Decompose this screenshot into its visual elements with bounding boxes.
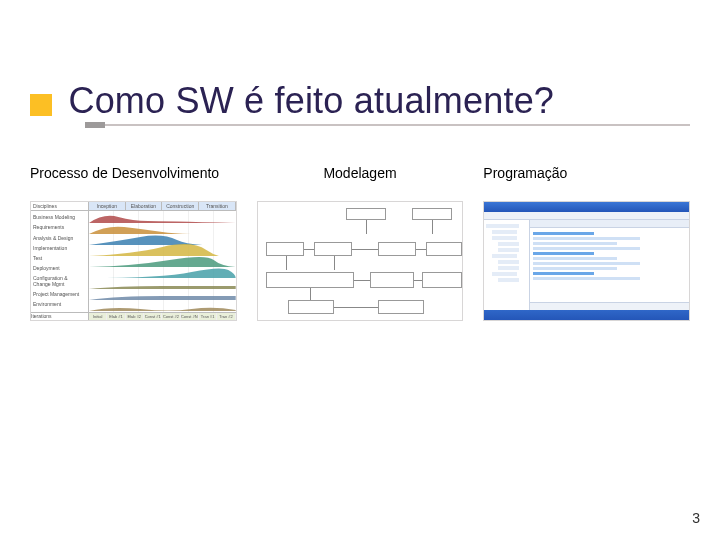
rup-chart-thumbnail: Disciplines Inception Elaboration Constr… bbox=[30, 201, 237, 321]
tree-node bbox=[498, 248, 519, 252]
diagram-box bbox=[266, 242, 304, 256]
diagram-box bbox=[422, 272, 462, 288]
rup-iteration: Tran #1 bbox=[199, 313, 217, 320]
diagram-line bbox=[304, 249, 314, 250]
diagram-box bbox=[378, 300, 424, 314]
rup-footer: Iterations Initial Elab #1 Elab #2 Const… bbox=[31, 312, 236, 320]
ide-thumbnail bbox=[483, 201, 690, 321]
column-heading: Modelagem bbox=[257, 165, 464, 201]
column-heading: Programação bbox=[483, 165, 690, 201]
rup-discipline: Implementation bbox=[33, 246, 86, 252]
code-line bbox=[533, 247, 640, 250]
column-modelagem: Modelagem bbox=[257, 165, 464, 321]
column-heading: Processo de Desenvolvimento bbox=[30, 165, 237, 201]
block-diagram bbox=[258, 202, 463, 320]
rup-discipline: Requirements bbox=[33, 225, 86, 231]
rup-discipline: Configuration & Change Mgmt bbox=[33, 276, 86, 287]
rup-disciplines: Business Modeling Requirements Analysis … bbox=[31, 211, 89, 312]
tree-node bbox=[486, 224, 519, 228]
ide-window bbox=[484, 202, 689, 320]
ide-tabs bbox=[530, 220, 689, 228]
diagram-line bbox=[354, 280, 370, 281]
page-number: 3 bbox=[692, 510, 700, 526]
rup-iteration: Elab #2 bbox=[126, 313, 144, 320]
ide-menubar bbox=[484, 212, 689, 220]
rup-discipline: Business Modeling bbox=[33, 215, 86, 221]
code-line bbox=[533, 277, 640, 280]
code-line bbox=[533, 252, 594, 255]
slide-title: Como SW é feito atualmente? bbox=[68, 80, 554, 122]
ide-statusbar bbox=[530, 302, 689, 310]
ide-editor-area bbox=[530, 220, 689, 310]
diagram-box bbox=[266, 272, 354, 288]
ide-project-tree bbox=[484, 220, 530, 310]
rup-discipline: Project Management bbox=[33, 292, 86, 298]
rup-phase: Transition bbox=[199, 202, 236, 210]
diagram-line bbox=[310, 288, 311, 300]
diagram-line bbox=[414, 280, 422, 281]
tree-node bbox=[492, 254, 517, 258]
tree-node bbox=[492, 230, 517, 234]
diagram-line bbox=[286, 256, 287, 270]
code-line bbox=[533, 272, 594, 275]
tree-node bbox=[492, 236, 517, 240]
columns: Processo de Desenvolvimento Disciplines … bbox=[30, 165, 690, 321]
diagram-line bbox=[352, 249, 378, 250]
rup-iteration: Initial bbox=[89, 313, 107, 320]
diagram-box bbox=[370, 272, 414, 288]
diagram-line bbox=[334, 307, 378, 308]
code-line bbox=[533, 262, 640, 265]
diagram-line bbox=[432, 220, 433, 234]
tree-node bbox=[498, 242, 519, 246]
rup-discipline: Analysis & Design bbox=[33, 236, 86, 242]
rup-phase: Construction bbox=[162, 202, 199, 210]
title-bullet-icon bbox=[30, 94, 52, 116]
rup-waves bbox=[89, 211, 236, 312]
ide-titlebar bbox=[484, 202, 689, 212]
diagram-box bbox=[288, 300, 334, 314]
tree-node bbox=[498, 260, 519, 264]
diagram-box bbox=[314, 242, 352, 256]
rup-body: Business Modeling Requirements Analysis … bbox=[31, 211, 236, 312]
diagram-box bbox=[426, 242, 462, 256]
rup-discipline: Environment bbox=[33, 302, 86, 308]
column-programacao: Programação bbox=[483, 165, 690, 321]
rup-disciplines-label: Disciplines bbox=[31, 202, 89, 210]
code-line bbox=[533, 242, 617, 245]
title-underline bbox=[85, 124, 690, 126]
diagram-line bbox=[366, 220, 367, 234]
ide-code-editor bbox=[530, 228, 689, 302]
rup-iteration: Const #1 bbox=[144, 313, 162, 320]
rup-discipline: Deployment bbox=[33, 266, 86, 272]
ide-taskbar bbox=[484, 310, 689, 320]
rup-iteration: Elab #1 bbox=[107, 313, 125, 320]
underline-notch-icon bbox=[85, 122, 105, 128]
diagram-box bbox=[378, 242, 416, 256]
tree-node bbox=[498, 278, 519, 282]
slide: Como SW é feito atualmente? Processo de … bbox=[0, 0, 720, 540]
ide-body bbox=[484, 220, 689, 310]
code-line bbox=[533, 237, 640, 240]
diagram-line bbox=[334, 256, 335, 270]
title-area: Como SW é feito atualmente? bbox=[30, 80, 690, 122]
code-line bbox=[533, 267, 617, 270]
rup-discipline: Test bbox=[33, 256, 86, 262]
tree-node bbox=[498, 266, 519, 270]
tree-node bbox=[492, 272, 517, 276]
rup-chart: Disciplines Inception Elaboration Constr… bbox=[31, 202, 236, 320]
diagram-box bbox=[346, 208, 386, 220]
diagram-box bbox=[412, 208, 452, 220]
code-line bbox=[533, 257, 617, 260]
rup-iterations-label: Iterations bbox=[31, 313, 89, 320]
column-processo: Processo de Desenvolvimento Disciplines … bbox=[30, 165, 237, 321]
rup-iteration: Tran #2 bbox=[217, 313, 235, 320]
diagram-thumbnail bbox=[257, 201, 464, 321]
rup-phase: Inception bbox=[89, 202, 126, 210]
diagram-line bbox=[416, 249, 426, 250]
rup-phase: Elaboration bbox=[126, 202, 163, 210]
rup-iteration: Const #N bbox=[181, 313, 199, 320]
rup-header: Disciplines Inception Elaboration Constr… bbox=[31, 202, 236, 211]
code-line bbox=[533, 232, 594, 235]
rup-iteration: Const #2 bbox=[162, 313, 180, 320]
